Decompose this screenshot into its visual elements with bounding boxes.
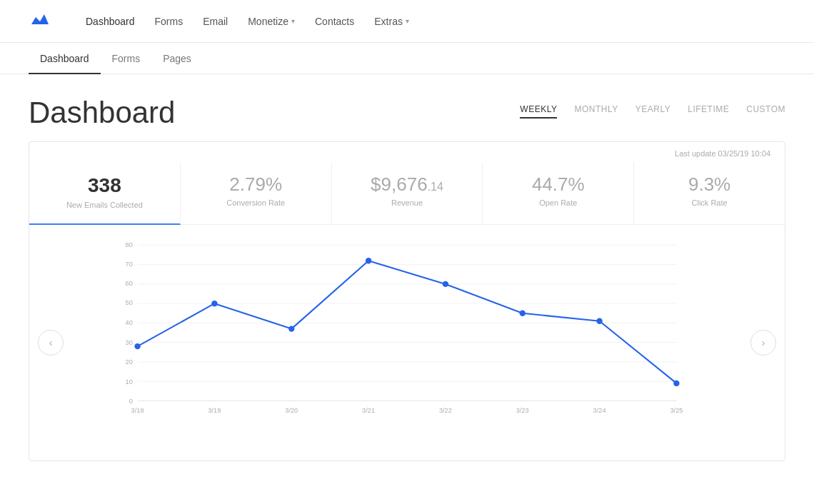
filter-yearly[interactable]: YEARLY: [635, 104, 670, 117]
svg-text:60: 60: [126, 280, 133, 287]
chart-prev-button[interactable]: ‹: [38, 330, 64, 356]
filter-monthly[interactable]: MONTHLY: [574, 104, 618, 117]
top-nav: Dashboard Forms Email Monetize ▾ Contact…: [0, 0, 814, 43]
chart-dot-4: [443, 281, 448, 286]
stat-open-rate-label: Open Rate: [491, 198, 625, 207]
filter-weekly[interactable]: WEEKLY: [520, 104, 557, 119]
nav-extras[interactable]: Extras ▾: [374, 16, 409, 27]
svg-text:3/18: 3/18: [131, 407, 144, 414]
nav-forms[interactable]: Forms: [155, 16, 184, 27]
chart-area: ‹ › 0 10 20 30: [29, 225, 785, 460]
chart-dot-6: [596, 318, 602, 323]
nav-links: Dashboard Forms Email Monetize ▾ Contact…: [86, 16, 409, 27]
filter-lifetime[interactable]: LIFETIME: [688, 104, 729, 117]
stat-open-rate-value: 44.7%: [491, 173, 625, 196]
stat-emails[interactable]: 338 New Emails Collected: [29, 162, 181, 225]
chart-svg-container: 0 10 20 30 40 50 60 70 80: [72, 239, 742, 425]
chart-line: [138, 261, 677, 383]
svg-text:70: 70: [126, 260, 133, 267]
stat-conversion[interactable]: 2.79% Conversion Rate: [181, 162, 332, 224]
svg-text:3/24: 3/24: [593, 407, 606, 414]
svg-text:50: 50: [126, 299, 133, 306]
time-filters: WEEKLY MONTHLY YEARLY LIFETIME CUSTOM: [520, 104, 785, 119]
stat-click-rate[interactable]: 9.3% Click Rate: [634, 162, 785, 224]
tab-pages[interactable]: Pages: [151, 43, 203, 74]
stats-row: 338 New Emails Collected 2.79% Conversio…: [29, 162, 785, 225]
page-title: Dashboard: [29, 96, 175, 130]
chart-dot-3: [366, 258, 371, 263]
chart-dot-1: [211, 301, 217, 306]
tab-forms[interactable]: Forms: [101, 43, 152, 74]
filter-custom[interactable]: CUSTOM: [746, 104, 785, 117]
svg-text:3/22: 3/22: [439, 407, 452, 414]
chart-dot-2: [288, 326, 294, 331]
svg-text:40: 40: [126, 319, 133, 326]
chart-dot-5: [520, 310, 526, 316]
monetize-chevron: ▾: [291, 17, 295, 25]
stat-click-rate-value: 9.3%: [643, 173, 776, 196]
extras-chevron: ▾: [406, 17, 409, 25]
tab-dashboard[interactable]: Dashboard: [29, 43, 101, 74]
svg-text:20: 20: [126, 358, 133, 366]
stat-revenue-label: Revenue: [341, 198, 474, 207]
stat-open-rate[interactable]: 44.7% Open Rate: [483, 162, 634, 224]
stat-revenue-value: $9,676.14: [341, 173, 474, 196]
svg-text:3/21: 3/21: [362, 407, 375, 414]
svg-text:3/23: 3/23: [516, 407, 529, 414]
stat-emails-label: New Emails Collected: [38, 201, 171, 209]
logo[interactable]: [29, 11, 51, 31]
nav-dashboard[interactable]: Dashboard: [86, 16, 135, 27]
revenue-decimal: .14: [428, 181, 443, 193]
last-update: Last update 03/25/19 10:04: [29, 142, 785, 162]
dashboard-card: Last update 03/25/19 10:04 338 New Email…: [29, 141, 785, 461]
stat-revenue[interactable]: $9,676.14 Revenue: [332, 162, 483, 224]
stat-conversion-value: 2.79%: [189, 173, 323, 196]
svg-text:10: 10: [126, 378, 133, 385]
revenue-prefix: $: [371, 173, 381, 195]
chart-next-button[interactable]: ›: [750, 330, 776, 356]
nav-contacts[interactable]: Contacts: [315, 16, 354, 27]
svg-text:0: 0: [129, 397, 133, 404]
nav-monetize[interactable]: Monetize ▾: [248, 16, 295, 27]
svg-text:3/20: 3/20: [285, 407, 298, 414]
chart-dot-0: [134, 343, 140, 349]
svg-text:3/25: 3/25: [670, 407, 683, 414]
chart-dot-7: [673, 380, 679, 385]
main-content: Dashboard WEEKLY MONTHLY YEARLY LIFETIME…: [0, 74, 814, 483]
sub-tabs: Dashboard Forms Pages: [0, 43, 814, 74]
nav-email[interactable]: Email: [203, 16, 228, 27]
svg-text:3/19: 3/19: [208, 407, 221, 414]
svg-text:30: 30: [126, 338, 133, 346]
svg-text:80: 80: [126, 241, 133, 248]
line-chart: 0 10 20 30 40 50 60 70 80: [72, 239, 742, 425]
stat-conversion-label: Conversion Rate: [189, 198, 323, 207]
stat-emails-value: 338: [38, 173, 171, 198]
stat-click-rate-label: Click Rate: [643, 198, 776, 207]
dashboard-header: Dashboard WEEKLY MONTHLY YEARLY LIFETIME…: [29, 96, 785, 130]
